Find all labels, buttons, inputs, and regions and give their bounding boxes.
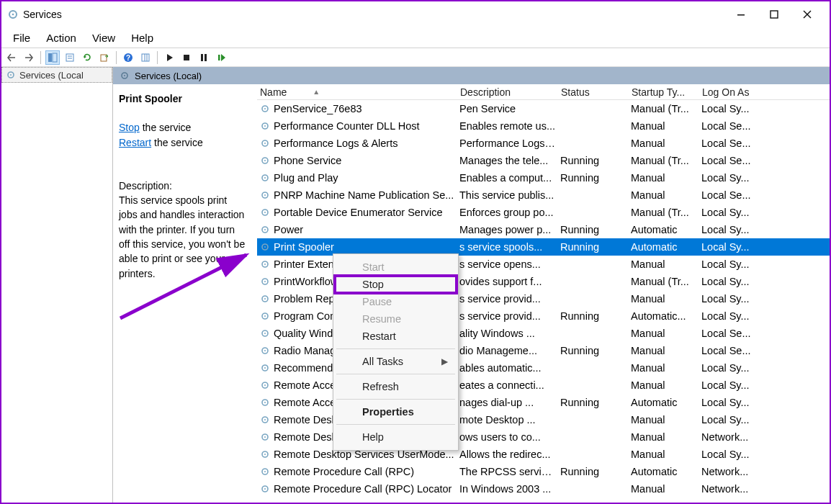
svg-point-43 — [264, 212, 266, 213]
service-description: s service provid... — [457, 293, 558, 305]
gear-icon — [259, 224, 271, 235]
restart-service-link[interactable]: Restart — [119, 137, 151, 148]
service-description: nages dial-up ... — [457, 397, 558, 408]
service-row[interactable]: PenService_76e83Pen ServiceManual (Tr...… — [257, 100, 830, 117]
service-row[interactable]: Performance Counter DLL HostEnables remo… — [257, 117, 830, 135]
selected-service-name: Print Spooler — [119, 91, 247, 106]
col-status[interactable]: Status — [558, 84, 629, 99]
ctx-properties[interactable]: Properties — [335, 403, 457, 420]
service-row[interactable]: Performance Logs & AlertsPerformance Log… — [257, 135, 830, 152]
service-startup-type: Manual — [629, 328, 699, 339]
service-name: Remote Procedure Call (RPC) — [274, 466, 414, 477]
menu-view[interactable]: View — [85, 30, 122, 46]
service-log-on-as: Local Sy... — [699, 258, 764, 270]
col-description[interactable]: Description — [457, 84, 558, 99]
service-log-on-as: Local Sy... — [699, 414, 764, 426]
service-log-on-as: Local Se... — [699, 189, 764, 201]
service-startup-type: Manual — [629, 345, 699, 356]
svg-point-47 — [264, 246, 266, 248]
ctx-help[interactable]: Help — [335, 428, 457, 446]
service-log-on-as: Network... — [699, 466, 764, 477]
gear-icon — [259, 379, 271, 391]
show-hide-tree-button[interactable] — [45, 50, 60, 65]
service-description: ows users to co... — [457, 431, 558, 443]
service-description: eates a connecti... — [457, 379, 558, 391]
svg-rect-10 — [66, 54, 73, 61]
sort-asc-icon: ▲ — [313, 88, 320, 96]
gear-icon — [259, 207, 271, 218]
svg-point-71 — [264, 454, 266, 455]
service-log-on-as: Local Se... — [699, 155, 764, 166]
service-description: dio Manageme... — [457, 345, 558, 356]
pane-header: Services (Local) — [113, 67, 830, 84]
service-row[interactable]: Remote Procedure Call (RPC) LocatorIn Wi… — [257, 480, 830, 498]
service-description: Enables remote us... — [457, 120, 558, 132]
service-startup-type: Automatic — [629, 466, 699, 477]
service-description: ality Windows ... — [457, 328, 558, 339]
service-startup-type: Manual — [629, 431, 699, 443]
service-log-on-as: Local Se... — [699, 328, 764, 339]
svg-point-65 — [264, 402, 266, 403]
restart-service-button[interactable] — [214, 50, 228, 65]
service-status: Running — [558, 224, 629, 235]
service-log-on-as: Local Sy... — [699, 172, 764, 184]
ctx-stop[interactable]: Stop — [335, 276, 457, 293]
start-service-button[interactable] — [162, 50, 176, 65]
service-detail-pane: Print Spooler Stop the service Restart t… — [113, 84, 257, 503]
help-button[interactable]: ? — [121, 50, 135, 65]
export-button[interactable] — [97, 50, 112, 65]
service-name: PNRP Machine Name Publication Se... — [274, 189, 454, 201]
service-row[interactable]: PowerManages power p...RunningAutomaticL… — [257, 221, 830, 238]
pause-service-button[interactable] — [197, 50, 211, 65]
close-button[interactable] — [791, 3, 824, 26]
service-startup-type: Manual — [629, 449, 699, 460]
col-log-on-as[interactable]: Log On As — [699, 84, 764, 99]
menu-file[interactable]: File — [6, 30, 37, 46]
refresh-button[interactable] — [80, 50, 94, 65]
service-row[interactable]: Remote Procedure Call (RPC)The RPCSS ser… — [257, 463, 830, 480]
ctx-all-tasks[interactable]: All Tasks▶ — [335, 353, 457, 370]
service-log-on-as: Local Sy... — [699, 276, 764, 287]
service-status: Running — [558, 397, 629, 408]
service-log-on-as: Local Sy... — [699, 379, 764, 391]
service-description: s service spools... — [457, 241, 558, 253]
service-row[interactable]: Plug and PlayEnables a comput...RunningM… — [257, 169, 830, 186]
columns-button[interactable] — [138, 50, 153, 65]
service-description: The RPCSS service... — [457, 466, 558, 477]
svg-point-35 — [264, 143, 266, 144]
stop-service-button[interactable] — [179, 50, 194, 65]
col-name[interactable]: Name▲ — [257, 84, 457, 99]
menu-action[interactable]: Action — [39, 30, 84, 46]
service-name: Power — [274, 224, 303, 235]
gear-icon — [259, 466, 271, 477]
col-startup-type[interactable]: Startup Ty... — [629, 84, 699, 99]
minimize-button[interactable] — [724, 3, 758, 26]
ctx-refresh[interactable]: Refresh — [335, 378, 457, 395]
tree-services-local[interactable]: Services (Local — [1, 67, 112, 83]
service-startup-type: Manual — [629, 172, 699, 184]
service-name: Program Com — [274, 310, 338, 322]
properties-button[interactable] — [63, 50, 77, 65]
forward-button[interactable] — [22, 50, 36, 65]
service-row[interactable]: PNRP Machine Name Publication Se...This … — [257, 186, 830, 204]
menu-help[interactable]: Help — [124, 30, 161, 46]
service-name: Print Spooler — [274, 241, 334, 253]
maximize-button[interactable] — [758, 3, 791, 26]
back-button[interactable] — [4, 50, 19, 65]
service-name: PenService_76e83 — [274, 103, 362, 114]
gear-icon — [259, 120, 271, 132]
gear-icon — [259, 345, 271, 356]
service-row[interactable]: Portable Device Enumerator ServiceEnforc… — [257, 204, 830, 221]
service-description: ables automatic... — [457, 362, 558, 374]
service-startup-type: Manual — [629, 293, 699, 305]
stop-service-link[interactable]: Stop — [119, 122, 140, 133]
titlebar: Services — [1, 1, 830, 27]
service-row[interactable]: Phone ServiceManages the tele...RunningM… — [257, 152, 830, 169]
svg-rect-8 — [48, 53, 52, 62]
svg-point-61 — [264, 367, 266, 369]
service-log-on-as: Local Sy... — [699, 207, 764, 218]
ctx-restart[interactable]: Restart — [335, 328, 457, 345]
gear-icon — [259, 241, 271, 253]
svg-marker-20 — [167, 54, 173, 61]
svg-marker-25 — [221, 54, 225, 61]
